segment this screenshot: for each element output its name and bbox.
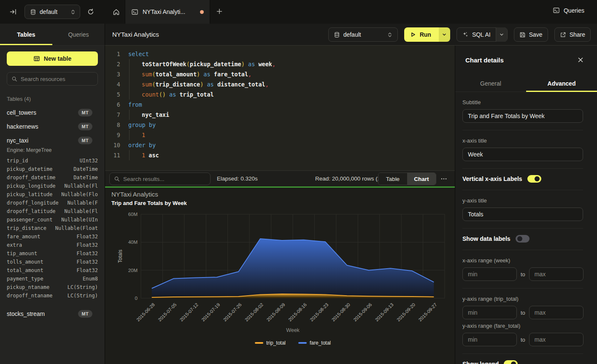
editor-line[interactable]: 4sum(trip_distance) as distance_total, [105, 79, 455, 89]
svg-text:60M: 60M [128, 212, 138, 217]
view-switcher: Table Chart [378, 173, 436, 185]
column-row: pickup_ntanameLC(String) [0, 283, 105, 291]
sidebar-search-input[interactable] [21, 76, 93, 82]
column-row: total_amountFloat32 [0, 266, 105, 275]
line-number: 3 [105, 69, 120, 79]
svg-text:Week: Week [286, 327, 300, 333]
run-options-caret[interactable] [439, 27, 450, 42]
editor-line[interactable]: 91 [105, 130, 455, 140]
home-button[interactable] [108, 0, 124, 24]
query-title: NYTaxi Analytics [112, 31, 159, 38]
save-button[interactable]: Save [514, 27, 548, 42]
editor-line[interactable]: 6from [105, 100, 455, 110]
run-button[interactable]: Run [404, 27, 450, 42]
subtitle-input[interactable] [462, 109, 583, 123]
editor-line[interactable]: 1select [105, 49, 455, 59]
xaxis-range-min-input[interactable] [462, 267, 517, 281]
sidebar: New table Tables (4) cell_towersMThacker… [0, 46, 105, 364]
xaxis-range-max-input[interactable] [529, 267, 583, 281]
collapse-sidebar-icon[interactable] [9, 8, 17, 16]
panel-title: Chart details [465, 57, 504, 64]
svg-text:2015-08-09: 2015-08-09 [265, 302, 286, 322]
legend-swatch [298, 342, 307, 344]
line-number: 11 [105, 150, 120, 160]
editor-line[interactable]: 8group by [105, 120, 455, 130]
query-tab[interactable]: NYTaxi Analyti... [125, 0, 210, 24]
legend-item-fare_total[interactable]: fare_total [298, 340, 331, 346]
panel-body: Subtitle x-axis title Vertical x-axis La… [455, 99, 597, 364]
column-row: dropoff_latitudeNullable(Fl [0, 207, 105, 216]
show-legend-toggle[interactable] [504, 360, 518, 364]
share-button-label: Share [570, 31, 585, 38]
legend-label: trip_total [266, 340, 286, 346]
editor-line[interactable]: 10order by [105, 140, 455, 150]
legend-item-trip_total[interactable]: trip_total [255, 340, 286, 346]
view-tab-chart[interactable]: Chart [407, 173, 436, 185]
editor-line[interactable]: 3sum(total_amount) as fare_total, [105, 69, 455, 79]
yaxis-title-input[interactable] [462, 208, 583, 221]
yaxis-range-trip-label: y-axis range (trip_total) [462, 296, 583, 302]
yaxis-range-fare-max-input[interactable] [529, 333, 583, 346]
table-row[interactable]: stocks_streamMT [0, 307, 105, 321]
tab-strip: NYTaxi Analyti... Queries [105, 0, 597, 24]
database-icon [30, 9, 36, 15]
editor-line[interactable]: 7nyc_taxi [105, 110, 455, 120]
yaxis-range-fare-min-input[interactable] [462, 333, 517, 346]
tab-advanced[interactable]: Advanced [526, 75, 597, 92]
table-engine: Engine: MergeTree [0, 147, 105, 156]
sidebar-tab-queries[interactable]: Queries [52, 24, 105, 45]
toolbar-database-selector[interactable]: default [328, 27, 398, 42]
database-icon [334, 32, 340, 38]
share-icon [560, 32, 566, 38]
sql-ai-button[interactable]: SQL AI [457, 27, 508, 42]
table-row[interactable]: hackernewsMT [0, 119, 105, 133]
table-name: nyc_taxi [7, 137, 78, 144]
chart-legend: trip_totalfare_total [141, 340, 445, 346]
vertical-labels-toggle[interactable] [527, 175, 541, 183]
yaxis-range-trip-max-input[interactable] [529, 306, 583, 319]
tables-section-label: Tables (4) [7, 96, 98, 102]
editor-line[interactable]: 111 asc [105, 150, 455, 160]
line-number: 7 [105, 110, 120, 120]
chart-panel: NYTaxi Analytics Trip and Fare Totals by… [105, 188, 455, 364]
refresh-icon[interactable] [87, 8, 95, 16]
column-row: extraFloat32 [0, 241, 105, 249]
unsaved-dot [200, 10, 204, 14]
divider [462, 228, 583, 229]
view-tab-table[interactable]: Table [378, 173, 407, 185]
to-label: to [521, 337, 525, 343]
svg-text:2015-07-19: 2015-07-19 [200, 302, 221, 322]
table-row[interactable]: nyc_taxiMT [0, 133, 105, 147]
sql-editor[interactable]: 1select2toStartOfWeek(pickup_datetime) a… [105, 46, 455, 170]
new-table-button[interactable]: New table [7, 51, 98, 66]
legend-swatch [255, 342, 263, 344]
results-search-input[interactable] [123, 176, 206, 182]
yaxis-range-trip-min-input[interactable] [462, 306, 517, 319]
updown-chevrons-icon [387, 32, 392, 38]
sidebar-tab-tables[interactable]: Tables [0, 24, 52, 45]
queries-button[interactable]: Queries [553, 7, 584, 14]
divider [462, 288, 583, 289]
table-row[interactable]: cell_towersMT [0, 105, 105, 119]
new-tab-plus-icon[interactable] [216, 8, 223, 15]
share-button[interactable]: Share [554, 27, 591, 42]
save-button-label: Save [529, 31, 543, 38]
sidebar-search[interactable] [7, 72, 98, 86]
results-search[interactable] [109, 173, 211, 185]
close-icon[interactable] [578, 57, 583, 63]
topbar-database-selector[interactable]: default [24, 5, 80, 19]
column-row: pickup_latitudeNullable(Flo [0, 190, 105, 199]
editor-line[interactable]: 2toStartOfWeek(pickup_datetime) as week, [105, 59, 455, 69]
editor-line[interactable]: 5count() as trip_total [105, 89, 455, 100]
svg-text:2015-09-27: 2015-09-27 [417, 302, 438, 322]
tab-general[interactable]: General [455, 75, 526, 92]
xaxis-title-input[interactable] [462, 148, 583, 161]
more-options-icon[interactable] [440, 176, 447, 182]
column-row: dropoff_ntanameLC(String) [0, 291, 105, 300]
show-data-labels-toggle[interactable] [516, 235, 529, 243]
sql-ai-caret[interactable] [496, 27, 507, 42]
divider [462, 130, 583, 130]
center-column: 1select2toStartOfWeek(pickup_datetime) a… [105, 46, 455, 364]
engine-badge: MT [78, 123, 92, 130]
xaxis-title-label: x-axis title [462, 138, 583, 144]
